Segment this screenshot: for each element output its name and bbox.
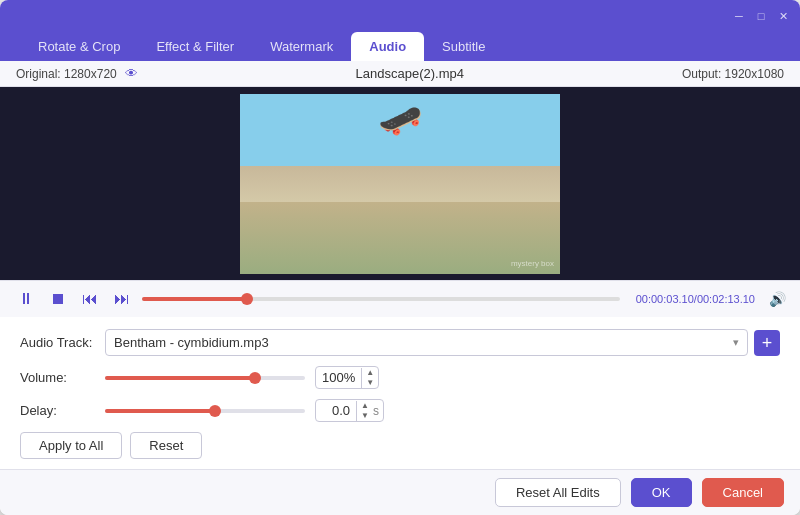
- pause-button[interactable]: ⏸: [14, 287, 38, 311]
- delay-slider-fill: [105, 409, 215, 413]
- volume-slider-track[interactable]: [105, 376, 305, 380]
- close-button[interactable]: ✕: [776, 9, 790, 23]
- audio-track-label: Audio Track:: [20, 335, 105, 350]
- skip-back-button[interactable]: ⏮: [78, 287, 102, 311]
- volume-slider-thumb: [249, 372, 261, 384]
- delay-row: Delay: 0.0 ▲ ▼ s: [20, 399, 780, 422]
- delay-stepper: ▲ ▼: [356, 401, 373, 421]
- info-bar: Original: 1280x720 👁 Landscape(2).mp4 Ou…: [0, 61, 800, 87]
- time-display: 00:00:03.10/00:02:13.10: [636, 293, 755, 305]
- delay-down-button[interactable]: ▼: [357, 411, 373, 421]
- delay-up-button[interactable]: ▲: [357, 401, 373, 411]
- volume-icon[interactable]: 🔊: [769, 291, 786, 307]
- progress-thumb: [241, 293, 253, 305]
- title-bar: ─ □ ✕: [0, 0, 800, 32]
- audio-track-container: Bentham - cymbidium.mp3 ▾ +: [105, 329, 780, 356]
- volume-slider-fill: [105, 376, 255, 380]
- maximize-button[interactable]: □: [754, 9, 768, 23]
- playback-controls: ⏸ ⏹ ⏮ ⏭ 00:00:03.10/00:02:13.10 🔊: [0, 280, 800, 317]
- skater-figure: 🛹: [378, 102, 423, 138]
- volume-stepper: ▲ ▼: [361, 368, 378, 388]
- eye-icon[interactable]: 👁: [125, 66, 138, 81]
- stop-button[interactable]: ⏹: [46, 287, 70, 311]
- delay-value: 0.0: [316, 400, 356, 421]
- volume-down-button[interactable]: ▼: [362, 378, 378, 388]
- tab-effect[interactable]: Effect & Filter: [138, 32, 252, 61]
- original-resolution: Original: 1280x720: [16, 67, 117, 81]
- cancel-button[interactable]: Cancel: [702, 478, 784, 507]
- window-controls: ─ □ ✕: [732, 9, 790, 23]
- main-window: ─ □ ✕ Rotate & Crop Effect & Filter Wate…: [0, 0, 800, 515]
- filename-label: Landscape(2).mp4: [138, 66, 682, 81]
- progress-area[interactable]: [142, 297, 620, 301]
- delay-slider-track[interactable]: [105, 409, 305, 413]
- volume-up-button[interactable]: ▲: [362, 368, 378, 378]
- output-resolution: Output: 1920x1080: [682, 67, 784, 81]
- reset-button[interactable]: Reset: [130, 432, 202, 459]
- video-preview: 🛹 mystery box: [240, 94, 560, 274]
- volume-slider-container: 100% ▲ ▼: [105, 366, 780, 389]
- progress-track[interactable]: [142, 297, 620, 301]
- bottom-bar: Reset All Edits OK Cancel: [0, 469, 800, 515]
- minimize-button[interactable]: ─: [732, 9, 746, 23]
- apply-all-button[interactable]: Apply to All: [20, 432, 122, 459]
- chevron-down-icon: ▾: [733, 336, 739, 349]
- tabs-bar: Rotate & Crop Effect & Filter Watermark …: [0, 32, 800, 61]
- delay-slider-thumb: [209, 405, 221, 417]
- volume-value-group: 100% ▲ ▼: [315, 366, 379, 389]
- audio-track-row: Audio Track: Bentham - cymbidium.mp3 ▾ +: [20, 329, 780, 356]
- tab-subtitle[interactable]: Subtitle: [424, 32, 503, 61]
- tab-rotate[interactable]: Rotate & Crop: [20, 32, 138, 61]
- ok-button[interactable]: OK: [631, 478, 692, 507]
- delay-value-group: 0.0 ▲ ▼ s: [315, 399, 384, 422]
- audio-track-select[interactable]: Bentham - cymbidium.mp3 ▾: [105, 329, 748, 356]
- volume-row: Volume: 100% ▲ ▼: [20, 366, 780, 389]
- audio-track-value: Bentham - cymbidium.mp3: [114, 335, 269, 350]
- video-area: 🛹 mystery box: [0, 87, 800, 280]
- tab-watermark[interactable]: Watermark: [252, 32, 351, 61]
- add-track-button[interactable]: +: [754, 330, 780, 356]
- volume-value: 100%: [316, 367, 361, 388]
- reset-all-edits-button[interactable]: Reset All Edits: [495, 478, 621, 507]
- action-row: Apply to All Reset: [20, 432, 780, 459]
- audio-panel: Audio Track: Bentham - cymbidium.mp3 ▾ +…: [0, 317, 800, 469]
- audio-track-select-wrapper[interactable]: Bentham - cymbidium.mp3 ▾: [105, 329, 748, 356]
- video-watermark: mystery box: [511, 259, 554, 268]
- skip-forward-button[interactable]: ⏭: [110, 287, 134, 311]
- progress-fill: [142, 297, 247, 301]
- delay-label: Delay:: [20, 403, 105, 418]
- time-total: 00:02:13.10: [697, 293, 755, 305]
- tab-audio[interactable]: Audio: [351, 32, 424, 61]
- delay-slider-container: 0.0 ▲ ▼ s: [105, 399, 780, 422]
- time-current: 00:00:03.10: [636, 293, 694, 305]
- delay-unit: s: [373, 401, 383, 421]
- video-background: 🛹 mystery box: [240, 94, 560, 274]
- volume-label: Volume:: [20, 370, 105, 385]
